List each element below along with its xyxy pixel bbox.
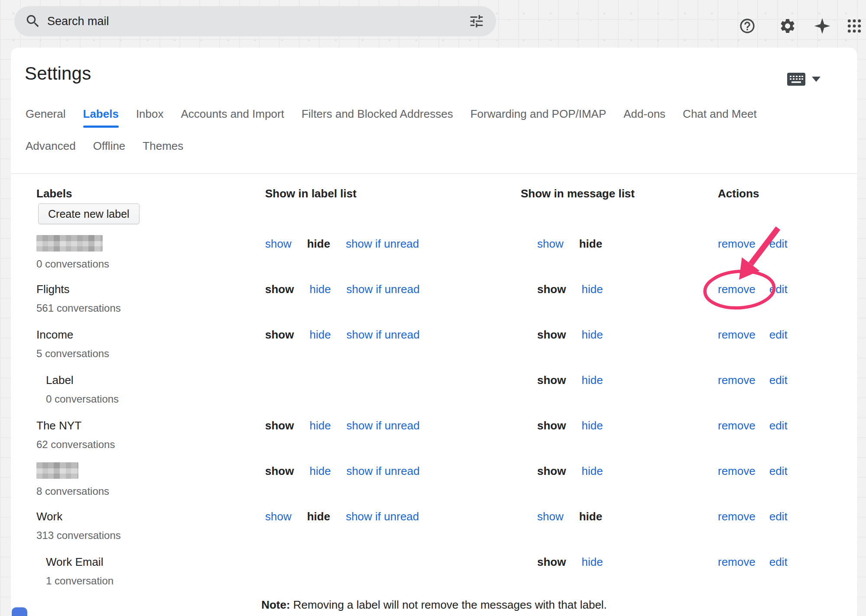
label-list-hide-link[interactable]: hide (309, 328, 331, 341)
message-list-hide-link[interactable]: hide (581, 419, 603, 432)
label-name: Work Email (36, 555, 265, 568)
tab-forwarding-and-pop-imap[interactable]: Forwarding and POP/IMAP (470, 107, 607, 128)
action-remove-link[interactable]: remove (718, 464, 756, 477)
message-list-hide-link[interactable]: hide (581, 328, 603, 341)
message-list-column-header: Show in message list (521, 187, 718, 200)
tab-themes[interactable]: Themes (143, 139, 183, 160)
label-list-show-link[interactable]: show (265, 237, 292, 250)
actions-cell: removeedit (718, 237, 853, 250)
settings-gear-icon[interactable] (779, 17, 796, 35)
tabs-divider (11, 173, 857, 174)
message-list-hide-link[interactable]: hide (581, 374, 603, 387)
tab-inbox[interactable]: Inbox (136, 107, 164, 128)
settings-panel: Settings GeneralLabelsInboxAccounts and … (11, 48, 857, 616)
actions-column-header: Actions (718, 187, 853, 200)
label-list-options: showhideshow if unread (265, 464, 521, 477)
action-remove-link[interactable]: remove (718, 374, 756, 387)
label-list-show-if-unread-link[interactable]: show if unread (347, 464, 420, 477)
message-list-show-link[interactable]: show (537, 237, 564, 250)
show-in-label-list-cell: showhideshow if unread (265, 283, 521, 296)
show-in-label-list-cell: showhideshow if unread (265, 419, 521, 432)
label-cell: 0 conversations (36, 237, 265, 270)
label-list-hide-link[interactable]: hide (309, 283, 331, 296)
label-name: Label (36, 374, 265, 387)
message-list-show-selected: show (537, 328, 566, 341)
label-list-hide-selected: hide (307, 237, 330, 250)
message-list-show-selected: show (537, 283, 566, 296)
tab-filters-and-blocked-addresses[interactable]: Filters and Blocked Addresses (302, 107, 453, 128)
show-in-message-list-cell: showhide (521, 464, 718, 477)
show-in-message-list-cell: showhide (521, 283, 718, 296)
conversation-count: 1 conversation (36, 575, 265, 587)
message-list-hide-link[interactable]: hide (581, 283, 603, 296)
label-name-text: Income (36, 328, 73, 341)
label-list-show-link[interactable]: show (265, 510, 292, 523)
table-row-blurred-0: 0 conversationsshowhideshow if unreadsho… (36, 237, 853, 283)
action-edit-link[interactable]: edit (769, 374, 788, 387)
conversation-count: 62 conversations (36, 439, 265, 451)
label-list-show-if-unread-link[interactable]: show if unread (347, 419, 420, 432)
action-edit-link[interactable]: edit (769, 283, 788, 296)
action-edit-link[interactable]: edit (769, 419, 788, 432)
top-bar: Search mail (0, 0, 866, 48)
action-remove-link[interactable]: remove (718, 237, 756, 250)
label-list-show-if-unread-link[interactable]: show if unread (347, 328, 420, 341)
tab-add-ons[interactable]: Add-ons (623, 107, 665, 128)
create-new-label-button[interactable]: Create new label (38, 203, 139, 224)
tab-chat-and-meet[interactable]: Chat and Meet (683, 107, 757, 128)
label-cell: Work313 conversations (36, 510, 265, 542)
tab-labels[interactable]: Labels (83, 107, 119, 128)
label-list-show-if-unread-link[interactable]: show if unread (346, 237, 419, 250)
tab-accounts-and-import[interactable]: Accounts and Import (181, 107, 284, 128)
gemini-sparkle-icon[interactable] (814, 17, 831, 35)
actions-cell: removeedit (718, 555, 853, 568)
search-filters-tune-icon[interactable] (468, 13, 485, 29)
tab-offline[interactable]: Offline (93, 139, 126, 160)
action-remove-link[interactable]: remove (718, 328, 756, 341)
action-edit-link[interactable]: edit (769, 510, 788, 523)
label-list-options: showhideshow if unread (265, 419, 521, 432)
keyboard-icon[interactable] (787, 73, 805, 86)
settings-tabs-row-1: GeneralLabelsInboxAccounts and ImportFil… (26, 107, 757, 128)
action-edit-link[interactable]: edit (769, 555, 788, 568)
label-list-hide-link[interactable]: hide (309, 419, 331, 432)
message-list-options: showhide (521, 283, 718, 296)
show-in-label-list-cell: showhideshow if unread (265, 464, 521, 477)
tab-general[interactable]: General (26, 107, 66, 128)
message-list-hide-link[interactable]: hide (581, 555, 603, 568)
label-list-options: showhideshow if unread (265, 510, 521, 523)
action-remove-link[interactable]: remove (718, 510, 756, 523)
action-remove-link[interactable]: remove (718, 283, 756, 296)
google-apps-grid-icon[interactable] (846, 17, 863, 35)
label-list-hide-link[interactable]: hide (309, 464, 331, 477)
table-row-blurred-5: 8 conversationsshowhideshow if unreadsho… (36, 464, 853, 510)
search-placeholder: Search mail (47, 15, 109, 28)
action-remove-link[interactable]: remove (718, 555, 756, 568)
label-list-column-header: Show in label list (265, 187, 521, 200)
label-name: Work (36, 510, 265, 523)
conversation-count: 313 conversations (36, 529, 265, 542)
action-remove-link[interactable]: remove (718, 419, 756, 432)
message-list-hide-link[interactable]: hide (581, 464, 603, 477)
tab-advanced[interactable]: Advanced (26, 139, 76, 160)
label-list-show-if-unread-link[interactable]: show if unread (347, 283, 420, 296)
help-icon[interactable] (739, 17, 756, 35)
action-edit-link[interactable]: edit (769, 464, 788, 477)
actions-cell: removeedit (718, 510, 853, 523)
show-in-label-list-cell: showhideshow if unread (265, 237, 521, 250)
message-list-show-link[interactable]: show (537, 510, 564, 523)
label-list-show-selected: show (265, 283, 294, 296)
message-list-options: showhide (521, 237, 718, 250)
search-icon[interactable] (25, 13, 41, 29)
action-edit-link[interactable]: edit (769, 328, 788, 341)
table-row-income: Income5 conversationsshowhideshow if unr… (36, 328, 853, 374)
message-list-options: showhide (521, 464, 718, 477)
action-edit-link[interactable]: edit (769, 237, 788, 250)
input-tools-control[interactable] (787, 73, 821, 86)
label-list-show-selected: show (265, 419, 294, 432)
search-input[interactable]: Search mail (14, 6, 496, 36)
chevron-down-icon[interactable] (811, 76, 821, 82)
conversation-count: 561 conversations (36, 302, 265, 314)
conversation-count: 5 conversations (36, 348, 265, 360)
label-list-show-if-unread-link[interactable]: show if unread (346, 510, 419, 523)
